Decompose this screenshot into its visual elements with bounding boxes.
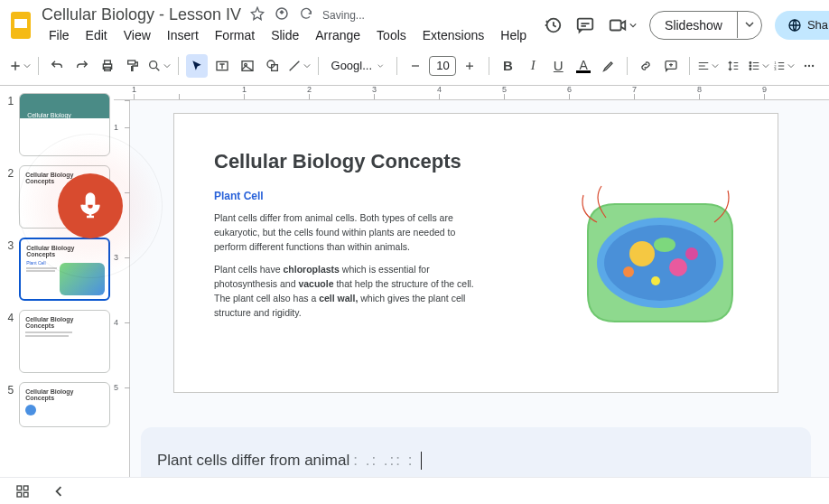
svg-point-20 [750, 68, 751, 70]
text-cursor [421, 452, 422, 470]
slide-thumbnail-4[interactable]: Cellular Biology Concepts [19, 310, 110, 373]
grid-view-icon[interactable] [11, 480, 34, 503]
menu-insert[interactable]: Insert [160, 26, 206, 44]
voice-transcript-text: Plant cells differ from animal [157, 452, 349, 470]
svg-point-19 [750, 65, 751, 67]
slide-thumbnail-1[interactable]: Cellular Biology [19, 93, 110, 156]
svg-text:3: 3 [774, 67, 777, 71]
slide-thumbnail-5[interactable]: Cellular Biology Concepts [19, 382, 110, 427]
menu-help[interactable]: Help [493, 26, 534, 44]
menu-slide[interactable]: Slide [264, 26, 306, 44]
svg-rect-1 [14, 19, 27, 28]
redo-button[interactable] [71, 54, 93, 78]
share-label: Sha [807, 18, 828, 32]
svg-point-33 [685, 247, 698, 260]
menu-arrange[interactable]: Arrange [308, 26, 368, 44]
svg-rect-10 [127, 61, 135, 64]
vertical-ruler[interactable]: 1 2 3 4 5 [114, 100, 130, 503]
bullet-list-button[interactable] [748, 54, 769, 78]
svg-rect-5 [610, 20, 621, 30]
svg-point-31 [654, 238, 675, 252]
add-comment-button[interactable] [660, 54, 682, 78]
slide-title[interactable]: Cellular Biology Concepts [214, 150, 738, 173]
move-icon[interactable] [274, 5, 290, 24]
thumb-number: 1 [4, 93, 14, 107]
collapse-icon[interactable] [47, 480, 70, 503]
menu-bar: File Edit View Insert Format Slide Arran… [42, 26, 534, 44]
meet-icon[interactable] [608, 15, 637, 35]
svg-rect-36 [23, 486, 28, 490]
document-title[interactable]: Cellular Biology - Lesson IV [42, 5, 241, 24]
slideshow-button: Slideshow [649, 11, 762, 40]
thumb-number: 2 [4, 165, 14, 180]
svg-point-26 [812, 64, 814, 66]
slideshow-main-button[interactable]: Slideshow [650, 12, 737, 39]
svg-rect-38 [23, 492, 28, 497]
microphone-button[interactable] [58, 173, 123, 238]
undo-button[interactable] [46, 54, 68, 78]
menu-format[interactable]: Format [208, 26, 262, 44]
text-color-button[interactable]: A [573, 54, 594, 78]
line-spacing-button[interactable] [722, 54, 744, 78]
font-name-label: Googl... [331, 59, 373, 72]
menu-extensions[interactable]: Extensions [415, 26, 491, 44]
svg-point-32 [623, 266, 634, 277]
svg-point-25 [808, 64, 810, 66]
print-button[interactable] [97, 54, 118, 78]
svg-point-18 [750, 61, 751, 63]
svg-point-30 [669, 258, 687, 276]
voice-pending-text: : .: .:: : [353, 452, 414, 470]
svg-point-24 [805, 64, 806, 66]
zoom-button[interactable] [147, 54, 171, 78]
align-button[interactable] [697, 54, 719, 78]
underline-button[interactable]: U [547, 54, 569, 78]
thumbnail-sidebar[interactable]: 1Cellular Biology 2Cellular Biology Conc… [0, 86, 114, 503]
menu-edit[interactable]: Edit [79, 26, 115, 44]
svg-point-29 [629, 241, 655, 266]
slideshow-dropdown[interactable] [737, 12, 761, 38]
history-icon[interactable] [543, 15, 563, 35]
highlight-button[interactable] [598, 54, 619, 78]
saving-status: Saving... [322, 9, 365, 22]
increase-font-button[interactable] [458, 54, 481, 78]
toolbar: Googl... 10 B I U A 123 [0, 50, 829, 86]
italic-button[interactable]: I [522, 54, 544, 78]
bottom-bar [0, 477, 829, 504]
textbox-tool[interactable] [211, 54, 233, 78]
share-button[interactable]: Sha [775, 11, 829, 40]
svg-rect-8 [105, 61, 111, 64]
link-button[interactable] [635, 54, 657, 78]
font-size-input[interactable]: 10 [429, 56, 456, 76]
slide-body-text[interactable]: Plant cells differ from animal cells. Bo… [214, 211, 485, 320]
title-bar: Cellular Biology - Lesson IV Saving... F… [0, 0, 829, 50]
thumb-number: 4 [4, 310, 14, 324]
line-tool[interactable] [287, 54, 311, 78]
svg-point-28 [604, 225, 716, 301]
canvas-area: 1 1 2 3 4 5 6 7 8 9 1 2 3 4 5 Cellular B… [114, 86, 829, 503]
svg-point-34 [651, 276, 660, 285]
slide-thumbnail-3[interactable]: Cellular Biology ConceptsPlant Cell [19, 238, 110, 301]
numbered-list-button[interactable]: 123 [773, 54, 795, 78]
svg-point-11 [149, 61, 156, 68]
image-tool[interactable] [237, 54, 258, 78]
slide-canvas[interactable]: Cellular Biology Concepts Plant Cell Pla… [173, 113, 778, 393]
svg-rect-35 [17, 486, 22, 490]
menu-file[interactable]: File [42, 26, 77, 44]
paint-format-button[interactable] [122, 54, 144, 78]
comments-icon[interactable] [575, 15, 595, 35]
thumb-number: 5 [4, 382, 14, 397]
decrease-font-button[interactable] [404, 54, 427, 78]
new-slide-button[interactable] [9, 54, 31, 78]
menu-view[interactable]: View [116, 26, 158, 44]
bold-button[interactable]: B [497, 54, 518, 78]
shape-tool[interactable] [262, 54, 284, 78]
plant-cell-image[interactable] [570, 177, 750, 340]
horizontal-ruler[interactable]: 1 1 2 3 4 5 6 7 8 9 [114, 86, 829, 100]
star-icon[interactable] [250, 6, 265, 23]
menu-tools[interactable]: Tools [369, 26, 414, 44]
font-selector[interactable]: Googl... [326, 59, 389, 72]
more-tools-button[interactable] [798, 54, 820, 78]
select-tool[interactable] [186, 54, 208, 78]
cloud-status-icon[interactable] [299, 6, 313, 23]
app-logo-icon[interactable] [9, 9, 33, 42]
